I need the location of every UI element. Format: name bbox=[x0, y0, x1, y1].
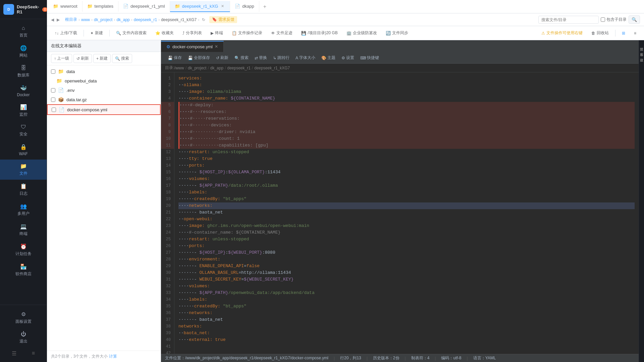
sidebar-item-apps[interactable]: 🏪 软件商店 bbox=[0, 260, 47, 280]
file-ops-warning-btn[interactable]: ⚠ 文件操作可使用右键 bbox=[538, 28, 586, 38]
breadcrumb-deepseek-r1[interactable]: deepseek_r1 bbox=[134, 17, 157, 22]
breadcrumb-deepseek-r1-kxg7: deepseek_r1_kXG7 bbox=[161, 17, 197, 22]
breadcrumb-www[interactable]: www bbox=[81, 17, 90, 22]
tab-label-deepseek-yml: deepseek_r1_yml bbox=[130, 4, 165, 9]
content-search-btn[interactable]: 🔍 文件内容搜索 bbox=[112, 28, 150, 38]
sidebar-item-home[interactable]: ⌂ 首页 bbox=[0, 22, 47, 42]
include-children-label[interactable]: 包含子目录 bbox=[601, 17, 627, 22]
sidebar-label-monitor: 监控 bbox=[19, 112, 28, 117]
et-shortcuts-btn[interactable]: ⌨ 快捷键 bbox=[358, 54, 382, 62]
sidebar-item-database[interactable]: 🗄 数据库 bbox=[0, 62, 47, 81]
search-input[interactable] bbox=[538, 16, 599, 24]
file-item-env[interactable]: 📄 .env bbox=[47, 85, 161, 95]
include-children-checkbox[interactable] bbox=[601, 17, 605, 22]
ln-26: 26 bbox=[161, 243, 174, 249]
suggestion-btn[interactable]: 建议 bbox=[639, 54, 644, 58]
ft-new-btn[interactable]: + 新建 bbox=[93, 54, 111, 63]
enterprise-btn[interactable]: 🏢 企业级防篡改 bbox=[343, 28, 381, 38]
tab-wwwroot[interactable]: 📁 wwwroot bbox=[48, 1, 83, 12]
file-icon-compose: 📄 bbox=[59, 107, 64, 112]
new-btn[interactable]: ✦ 新建 bbox=[87, 28, 107, 38]
editor-tab-close[interactable]: ✕ bbox=[215, 44, 218, 49]
et-settings-btn[interactable]: ⚙ 设置 bbox=[339, 54, 357, 62]
code-editor[interactable]: 1 2 3 4 5 6 7 8 9 10 11 12 13 14 15 16 1 bbox=[161, 72, 639, 354]
terminal-icon: 💻 bbox=[20, 223, 27, 230]
code-line-8: ····#·······devices: bbox=[178, 122, 635, 129]
file-checkbox-compose[interactable] bbox=[52, 108, 56, 112]
sidebar-item-terminal[interactable]: 💻 终端 bbox=[0, 220, 47, 240]
et-save-all-btn[interactable]: 💾 全部保存 bbox=[185, 54, 213, 62]
file-ops-btn[interactable]: 📋 文件操作记录 bbox=[228, 28, 266, 38]
ln-38: 38 bbox=[161, 323, 174, 330]
sidebar-collapse-btn[interactable]: ☰ bbox=[12, 350, 16, 357]
sidebar-item-website[interactable]: 🌐 网站 bbox=[0, 42, 47, 62]
sidebar-item-logs[interactable]: 📋 日志 bbox=[0, 180, 47, 200]
breadcrumb-dk-app[interactable]: dk_app bbox=[116, 17, 129, 22]
breadcrumb-dk-project[interactable]: dk_project bbox=[94, 17, 112, 22]
sidebar-item-multiuser[interactable]: 👥 多用户 bbox=[0, 200, 47, 220]
tab-deepseek-kxg[interactable]: 📁 deepseek_r1_kXG ✕ bbox=[170, 1, 230, 12]
file-footprint-btn[interactable]: 👁 文件足迹 bbox=[267, 28, 296, 38]
et-search-btn[interactable]: 🔍 搜索 bbox=[232, 54, 251, 62]
bookmark-btn[interactable]: 🔖 需求反馈 bbox=[209, 16, 237, 23]
ln-20: 20 bbox=[161, 202, 174, 209]
ft-search-btn[interactable]: 🔍 搜索 bbox=[112, 54, 132, 63]
share-list-btn[interactable]: ⤴ 分享列表 bbox=[179, 28, 206, 38]
sidebar-item-monitor[interactable]: 📊 监控 bbox=[0, 101, 47, 121]
tab-deepseek-yml[interactable]: 📄 deepseek_r1_yml bbox=[118, 1, 170, 12]
sidebar-item-files[interactable]: 📁 文件 bbox=[0, 160, 47, 180]
search-button[interactable]: 🔍 bbox=[629, 15, 640, 24]
file-item-openwebui[interactable]: 📁 openwebui_data bbox=[47, 76, 161, 85]
tab-dkapp[interactable]: 📄 dkapp bbox=[230, 1, 259, 12]
service-btn[interactable]: 客服 bbox=[639, 48, 644, 52]
file-item-compose[interactable]: 📄 docker-compose.yml bbox=[47, 104, 161, 115]
sidebar-item-tasks[interactable]: ⏰ 计划任务 bbox=[0, 240, 47, 260]
tab-close-deepseek-kxg[interactable]: ✕ bbox=[220, 4, 225, 9]
calculate-link[interactable]: 计算 bbox=[109, 354, 117, 359]
sidebar-item-panel[interactable]: ⚙ 面板设置 bbox=[0, 308, 47, 328]
favorites-icon: ⭐ bbox=[155, 31, 160, 36]
file-checkbox-env[interactable] bbox=[51, 88, 55, 93]
editor-tab-compose[interactable]: ⚙ docker-compose.yml ✕ bbox=[161, 41, 224, 52]
view-grid-btn[interactable]: ⊞ bbox=[618, 29, 629, 38]
tab-add-button[interactable]: + bbox=[259, 1, 270, 12]
sidebar-item-waf[interactable]: 🔒 WAF bbox=[0, 140, 47, 160]
refresh-icon[interactable]: ↻ bbox=[202, 17, 205, 22]
tab-templates[interactable]: 📁 templates bbox=[83, 1, 118, 12]
sidebar-item-security[interactable]: 🛡 安全 bbox=[0, 121, 47, 140]
sidebar-item-logout[interactable]: ⏻ 退出 bbox=[0, 328, 47, 348]
upload-download-btn[interactable]: ↑↓ 上传/下载 bbox=[51, 28, 81, 38]
et-goto-btn[interactable]: ↳ 跳转行 bbox=[270, 54, 292, 62]
ln-13: 13 bbox=[161, 156, 174, 162]
feedback-btn[interactable]: 反馈 bbox=[639, 43, 644, 47]
et-replace-btn[interactable]: ⇄ 替换 bbox=[252, 54, 270, 62]
breadcrumb-nav-back[interactable]: ◀ bbox=[51, 17, 54, 22]
file-item-targz[interactable]: 📦 data.tar.gz bbox=[47, 95, 161, 104]
breadcrumb-nav-forward[interactable]: ▶ bbox=[57, 17, 60, 22]
ft-refresh-btn[interactable]: ↺ 刷新 bbox=[73, 54, 92, 63]
ft-up-btn[interactable]: ↑ 上一级 bbox=[51, 54, 72, 63]
view-list-btn[interactable]: ≡ bbox=[630, 29, 640, 38]
et-refresh-btn[interactable]: ↺ 刷新 bbox=[213, 54, 231, 62]
breadcrumb-root[interactable]: 根目录 bbox=[65, 17, 77, 22]
ln-5: 5 bbox=[161, 102, 174, 109]
files-icon: 📁 bbox=[20, 163, 27, 169]
et-fontsize-btn[interactable]: A 字体大小 bbox=[293, 54, 318, 62]
file-item-data[interactable]: 📁 data bbox=[47, 67, 161, 76]
code-line-34: ······- ${APP_PATH}/openwebui_data:/app/… bbox=[178, 290, 635, 296]
terminal-btn[interactable]: ▶ 终端 bbox=[207, 28, 227, 38]
sidebar-item-docker[interactable]: 🐳 Docker bbox=[0, 81, 47, 101]
file-checkbox-data[interactable] bbox=[51, 69, 55, 74]
sidebar-menu-btn[interactable]: ≡ bbox=[32, 350, 35, 357]
recycle-btn[interactable]: 🗑 回收站 bbox=[588, 28, 612, 38]
et-theme-btn[interactable]: 🎨 主题 bbox=[319, 54, 338, 62]
favorites-btn[interactable]: ⭐ 收藏夹 bbox=[152, 28, 177, 38]
theme-icon: 🎨 bbox=[321, 56, 326, 60]
file-sync-btn[interactable]: 🔄 文件同步 bbox=[382, 28, 412, 38]
ln-14: 14 bbox=[161, 162, 174, 169]
home-icon: ⌂ bbox=[22, 25, 25, 31]
code-content[interactable]: services: ··ollama: ····image: ollama/ol… bbox=[174, 72, 639, 354]
et-save-btn[interactable]: 💾 保存 bbox=[165, 54, 184, 62]
file-checkbox-targz[interactable] bbox=[51, 98, 55, 102]
folder-icon: 📁 bbox=[87, 4, 93, 9]
